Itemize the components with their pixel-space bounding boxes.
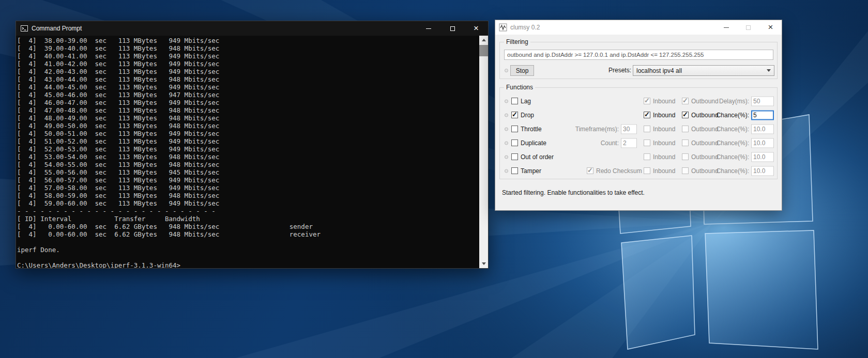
- command-prompt-icon: [20, 24, 28, 33]
- console-prompt-line: C:\Users\Anders\Desktop\iperf-3.1.3-win6…: [17, 261, 478, 268]
- scroll-up-button[interactable]: [479, 36, 488, 44]
- cmd-maximize-button[interactable]: [440, 21, 464, 36]
- drop-label: Drop: [518, 112, 534, 119]
- clumsy-app-icon: [499, 23, 507, 32]
- close-icon: [474, 24, 479, 33]
- throttle-activity-led: [505, 127, 508, 131]
- out-of-order-chance-label: Chance(%):: [695, 153, 749, 161]
- clumsy-maximize-button: [737, 20, 759, 35]
- function-row-lag: Lag Inbound Outbound Delay(ms):: [500, 94, 777, 108]
- duplicate-checkbox-box[interactable]: [511, 139, 518, 146]
- scrollbar-thumb[interactable]: [479, 45, 488, 56]
- lag-checkbox[interactable]: Lag: [511, 98, 531, 105]
- drop-checkbox-box[interactable]: [511, 112, 518, 118]
- clumsy-titlebar[interactable]: clumsy 0.2: [495, 20, 782, 35]
- clumsy-window-title: clumsy 0.2: [510, 24, 540, 31]
- tamper-label: Tamper: [518, 167, 541, 175]
- presets-dropdown[interactable]: localhost ipv4 all: [633, 65, 774, 76]
- tamper-inbound-checkbox: Inbound: [644, 167, 675, 175]
- drop-inbound-checkbox-box[interactable]: [644, 112, 650, 118]
- maximize-icon: [746, 25, 751, 30]
- out-of-order-inbound-checkbox: Inbound: [644, 153, 675, 161]
- drop-activity-led: [505, 113, 508, 117]
- clumsy-status-text: Started filtering. Enable functionalitie…: [502, 189, 645, 196]
- throttle-timeframe-label: Timeframe(ms):: [561, 126, 619, 133]
- duplicate-inbound-checkbox-box: [644, 139, 650, 146]
- drop-chance-input[interactable]: [751, 110, 774, 120]
- duplicate-count-label: Count:: [561, 139, 619, 147]
- tamper-checkbox-box[interactable]: [511, 167, 518, 174]
- function-row-throttle: Throttle Timeframe(ms): Inbound Outbound…: [500, 122, 777, 136]
- throttle-checkbox[interactable]: Throttle: [511, 126, 542, 133]
- console-cursor: _: [180, 261, 185, 268]
- tamper-inbound-checkbox-box: [644, 167, 650, 174]
- tamper-checkbox[interactable]: Tamper: [511, 167, 541, 175]
- lag-inbound-checkbox-box: [644, 98, 650, 104]
- scroll-down-button[interactable]: [479, 259, 488, 268]
- presets-selected-value: localhost ipv4 all: [636, 67, 682, 74]
- filter-activity-led: [505, 69, 508, 72]
- out-of-order-checkbox-box[interactable]: [511, 153, 518, 160]
- lag-delay-input: [751, 96, 774, 106]
- clumsy-minimize-button[interactable]: [715, 20, 737, 35]
- stop-button[interactable]: Stop: [510, 65, 534, 76]
- chevron-down-icon: [767, 69, 771, 72]
- duplicate-outbound-checkbox-box: [682, 139, 689, 146]
- functions-group: Functions Lag Inbound Outbound: [499, 87, 778, 179]
- minimize-icon: [426, 28, 431, 29]
- lag-label: Lag: [518, 98, 531, 105]
- drop-inbound-label: Inbound: [650, 112, 675, 119]
- out-of-order-checkbox[interactable]: Out of order: [511, 153, 554, 161]
- throttle-chance-label: Chance(%):: [695, 126, 749, 133]
- out-of-order-chance-input: [751, 152, 774, 162]
- tamper-chance-input: [751, 166, 774, 176]
- duplicate-chance-label: Chance(%):: [695, 139, 749, 147]
- tamper-activity-led: [505, 169, 508, 173]
- duplicate-inbound-checkbox: Inbound: [644, 139, 675, 147]
- duplicate-checkbox[interactable]: Duplicate: [511, 139, 546, 147]
- drop-outbound-checkbox-box[interactable]: [682, 112, 689, 118]
- cmd-window-controls: [417, 21, 488, 36]
- filter-input[interactable]: [504, 50, 773, 60]
- out-of-order-label: Out of order: [518, 153, 554, 161]
- function-rows: Lag Inbound Outbound Delay(ms):: [500, 94, 777, 178]
- function-row-duplicate: Duplicate Count: Inbound Outbound Chance…: [500, 136, 777, 150]
- out-of-order-inbound-label: Inbound: [650, 153, 675, 161]
- tamper-redo-checksum-checkbox-box: [587, 167, 593, 174]
- tamper-redo-checksum-checkbox: Redo Checksum: [587, 167, 642, 175]
- lag-delay-label: Delay(ms):: [695, 98, 749, 105]
- desktop: Command Prompt [ 4] 38.00-39.00 sec 113 …: [0, 0, 868, 358]
- cmd-titlebar[interactable]: Command Prompt: [16, 21, 488, 36]
- cmd-minimize-button[interactable]: [417, 21, 440, 36]
- cmd-scrollbar[interactable]: [479, 36, 488, 268]
- lag-inbound-label: Inbound: [650, 98, 675, 105]
- clumsy-window-controls: [715, 20, 782, 35]
- cmd-close-button[interactable]: [464, 21, 488, 36]
- tamper-redo-checksum-label: Redo Checksum: [593, 167, 642, 175]
- arrow-up-icon: [482, 39, 486, 41]
- throttle-checkbox-box[interactable]: [511, 126, 518, 132]
- throttle-label: Throttle: [518, 126, 542, 133]
- out-of-order-inbound-checkbox-box: [644, 153, 650, 160]
- arrow-down-icon: [482, 262, 486, 265]
- duplicate-label: Duplicate: [518, 139, 546, 147]
- maximize-icon: [450, 26, 455, 31]
- console-output: [ 4] 38.00-39.00 sec 113 MBytes 949 Mbit…: [17, 37, 478, 254]
- throttle-timeframe-input: [621, 124, 637, 134]
- cmd-window-title: Command Prompt: [32, 25, 82, 32]
- filtering-group: Filtering Stop Presets: localhost ipv4 a…: [499, 42, 778, 79]
- function-row-tamper: Tamper Redo Checksum Inbound Outbound: [500, 164, 777, 178]
- clumsy-close-button[interactable]: [759, 20, 782, 35]
- lag-checkbox-box[interactable]: [511, 98, 518, 104]
- presets-label: Presets:: [577, 67, 631, 74]
- lag-inbound-checkbox: Inbound: [644, 98, 675, 105]
- drop-inbound-checkbox[interactable]: Inbound: [644, 112, 675, 119]
- tamper-inbound-label: Inbound: [650, 167, 675, 175]
- function-row-drop: Drop Inbound Outbound Chance(%):: [500, 108, 777, 122]
- drop-checkbox[interactable]: Drop: [511, 112, 534, 119]
- duplicate-chance-input: [751, 138, 774, 148]
- duplicate-count-input: [621, 138, 637, 148]
- drop-chance-label: Chance(%):: [695, 112, 749, 119]
- close-icon: [768, 23, 773, 32]
- cmd-console: [ 4] 38.00-39.00 sec 113 MBytes 949 Mbit…: [16, 36, 488, 268]
